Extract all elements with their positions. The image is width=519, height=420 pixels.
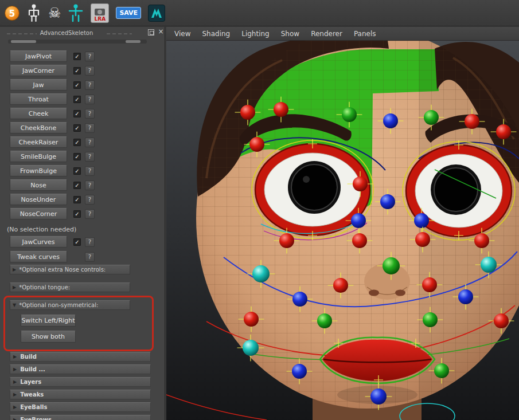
list-item: Nose ✓ ?	[10, 179, 95, 191]
section-label: Layers	[20, 379, 41, 385]
section-layers[interactable]: ▶ Layers	[10, 377, 151, 387]
list-item: CheekBone ✓ ?	[10, 122, 95, 134]
viewport-menubar: View Shading Lighting Show Renderer Pane…	[166, 27, 519, 41]
list-item: FrownBulge ✓ ?	[10, 165, 95, 176]
section-eyeballs[interactable]: ▶ EyeBalls	[10, 402, 151, 412]
lra-display-icon[interactable]: LRA	[91, 3, 109, 23]
help-button[interactable]: ?	[85, 166, 95, 176]
section-tweaks[interactable]: ▶ Tweaks	[10, 390, 151, 399]
cheekbone-button[interactable]: CheekBone	[10, 122, 67, 134]
help-button[interactable]: ?	[85, 123, 95, 133]
undock-panel-icon[interactable]	[148, 29, 154, 36]
nosecorner-button[interactable]: NoseCorner	[10, 208, 67, 219]
help-button[interactable]: ?	[85, 237, 95, 247]
section-label: EyeBrows	[20, 417, 52, 420]
application-window: 5 ☠ LRA SAVE	[0, 0, 519, 420]
close-panel-icon[interactable]: ×	[157, 28, 165, 36]
skull-icon[interactable]: ☠	[48, 2, 61, 24]
chevron-right-icon: ▶	[13, 405, 17, 410]
checkbox[interactable]: ✓	[73, 81, 81, 89]
help-button[interactable]: ?	[85, 52, 95, 61]
list-item: JawCorner ✓ ?	[10, 65, 95, 76]
frame-label: *Optional tongue:	[19, 284, 70, 291]
list-item: SmileBulge ✓ ?	[10, 151, 95, 162]
checkbox[interactable]: ✓	[73, 210, 81, 218]
help-button[interactable]: ?	[85, 138, 95, 147]
list-item: Throat ✓ ?	[10, 93, 95, 105]
checkbox[interactable]: ✓	[73, 167, 81, 175]
help-button[interactable]: ?	[85, 209, 95, 219]
list-item: Tweak curves ?	[10, 251, 95, 262]
checkbox[interactable]: ✓	[73, 139, 81, 146]
checkbox[interactable]: ✓	[73, 124, 81, 132]
throat-button[interactable]: Throat	[10, 93, 67, 105]
cheek-button[interactable]: Cheek	[10, 108, 67, 119]
section-build-dots[interactable]: ▶ Build ...	[10, 364, 151, 374]
checkbox[interactable]: ✓	[73, 196, 81, 203]
smilebulge-button[interactable]: SmileBulge	[10, 151, 67, 162]
list-item: Jaw ✓ ?	[10, 79, 95, 91]
menu-item-panels[interactable]: Panels	[354, 30, 376, 38]
save-button[interactable]: SAVE	[116, 7, 141, 19]
cheekraiser-button[interactable]: CheekRaiser	[10, 136, 67, 148]
frame-optional-non-symmetrical[interactable]: ▼ *Optional non-symmetrical:	[10, 300, 130, 310]
help-button[interactable]: ?	[85, 152, 95, 162]
noseunder-button[interactable]: NoseUnder	[10, 194, 67, 205]
menu-item-renderer[interactable]: Renderer	[311, 30, 342, 38]
drag-handle[interactable]	[107, 33, 132, 34]
chevron-right-icon: ▶	[13, 267, 16, 273]
help-button[interactable]: ?	[85, 66, 95, 76]
jawcurves-button[interactable]: JawCurves	[10, 236, 67, 248]
nose-button[interactable]: Nose	[10, 179, 67, 191]
chevron-right-icon: ▶	[13, 417, 17, 420]
viewport-3d-scene[interactable]	[166, 41, 519, 420]
help-button[interactable]: ?	[85, 252, 95, 262]
horizontal-scrollbar[interactable]	[8, 40, 147, 44]
menu-item-show[interactable]: Show	[281, 30, 299, 38]
scrollbar-thumb[interactable]	[11, 40, 36, 43]
frame-optional-extra-nose[interactable]: ▶ *Optional extra Nose controls:	[10, 265, 130, 274]
help-button[interactable]: ?	[85, 80, 95, 90]
scrollbar-thumb[interactable]	[126, 40, 141, 43]
section-build[interactable]: ▶ Build	[10, 352, 151, 362]
section-label: EyeBalls	[20, 404, 47, 410]
jaw-button[interactable]: Jaw	[10, 79, 67, 91]
section-eyebrows[interactable]: ▶ EyeBrows	[10, 415, 151, 420]
tweak-curves-button[interactable]: Tweak curves	[10, 251, 67, 262]
help-button[interactable]: ?	[85, 180, 95, 190]
jawcorner-button[interactable]: JawCorner	[10, 65, 67, 76]
menu-item-view[interactable]: View	[174, 30, 190, 38]
checkbox[interactable]: ✓	[73, 96, 81, 103]
frownbulge-button[interactable]: FrownBulge	[10, 165, 67, 176]
checkbox[interactable]: ✓	[73, 67, 81, 74]
tpose-figure-icon[interactable]	[68, 2, 84, 24]
chevron-down-icon: ▼	[13, 303, 16, 308]
chevron-right-icon: ▶	[13, 285, 16, 291]
camera-icon	[95, 9, 105, 15]
frame-optional-tongue[interactable]: ▶ *Optional tongue:	[10, 282, 130, 292]
checkbox[interactable]: ✓	[73, 182, 81, 189]
checkbox[interactable]: ✓	[73, 153, 81, 160]
no-selection-label: (No selection needed)	[7, 226, 76, 233]
help-button[interactable]: ?	[85, 109, 95, 119]
menu-item-shading[interactable]: Shading	[202, 30, 230, 38]
checkbox[interactable]: ✓	[73, 110, 81, 117]
help-button[interactable]: ?	[85, 95, 95, 104]
switch-left-right-button[interactable]: Switch Left/Right	[21, 315, 76, 327]
jawpivot-button[interactable]: JawPivot	[10, 50, 67, 62]
frame-label: *Optional extra Nose controls:	[19, 266, 106, 273]
help-button[interactable]: ?	[85, 195, 95, 205]
section-label: Tweaks	[20, 391, 44, 398]
frame-label: *Optional non-symmetrical:	[19, 302, 98, 308]
show-both-button[interactable]: Show both	[21, 331, 76, 343]
chevron-right-icon: ▶	[13, 392, 17, 398]
shelf-tab-5-icon[interactable]: 5	[5, 6, 19, 21]
section-label: Build ...	[20, 366, 45, 372]
list-item: JawCurves ✓ ?	[10, 236, 95, 248]
skeleton-icon[interactable]	[26, 2, 41, 24]
maya-logo-icon[interactable]	[148, 5, 165, 22]
checkbox[interactable]: ✓	[73, 238, 81, 246]
chevron-right-icon: ▶	[13, 367, 17, 372]
checkbox[interactable]: ✓	[73, 53, 81, 60]
menu-item-lighting[interactable]: Lighting	[241, 30, 270, 38]
